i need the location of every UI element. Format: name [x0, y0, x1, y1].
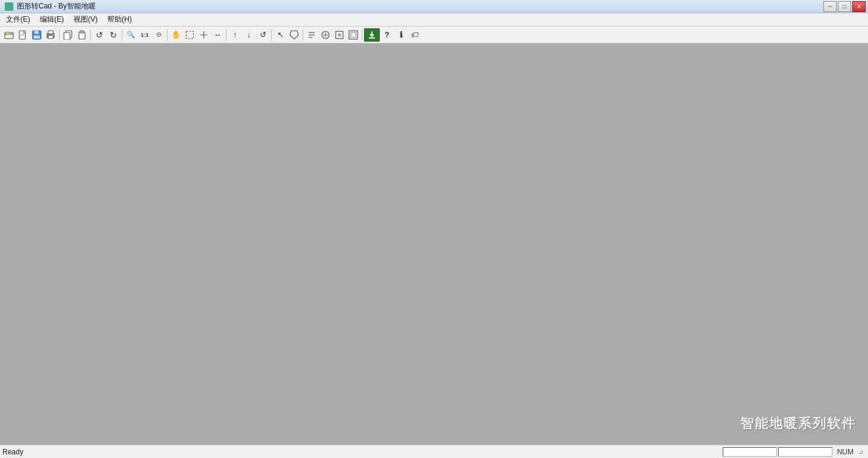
select-rect-button[interactable]: [183, 28, 197, 42]
help-button[interactable]: ?: [380, 28, 394, 42]
resize-handle-icon: ⊿: [858, 448, 866, 456]
title-text: 图形转Cad - By智能地暖: [2, 1, 96, 11]
svg-rect-12: [64, 33, 70, 40]
edit2-button[interactable]: [319, 28, 332, 42]
open-button[interactable]: [2, 28, 16, 42]
window-controls: ─ □ ✕: [823, 1, 866, 12]
title-label: 图形转Cad - By智能地暖: [17, 1, 96, 11]
save-button[interactable]: [30, 28, 43, 42]
main-canvas: 智能地暖系列软件: [0, 43, 868, 445]
status-num-label: NUM: [834, 448, 857, 456]
zoom-all-button[interactable]: [347, 28, 360, 42]
svg-rect-26: [369, 37, 375, 39]
rotate-button[interactable]: ↺: [256, 28, 269, 42]
app-icon: [5, 2, 13, 11]
undo-button[interactable]: ↺: [93, 28, 106, 42]
menu-file[interactable]: 文件(E): [1, 13, 35, 26]
minimize-button[interactable]: ─: [823, 1, 837, 12]
copy-button[interactable]: [61, 28, 75, 42]
svg-rect-15: [186, 31, 193, 39]
menu-bar: 文件(E) 编辑(E) 视图(V) 帮助(H): [0, 13, 868, 27]
svg-rect-1: [19, 31, 25, 39]
sep4: [167, 30, 168, 40]
expand-h-button[interactable]: ↔: [211, 28, 224, 42]
menu-edit[interactable]: 编辑(E): [35, 13, 69, 26]
toolbar: ↺ ↻ 🔍 1:1 ⊖ ✋ ↔ ↑ ↓ ↺ ↖: [0, 27, 868, 43]
svg-rect-8: [48, 31, 53, 34]
sep7: [303, 30, 303, 40]
svg-marker-16: [290, 31, 298, 39]
status-bar: Ready NUM ⊿: [0, 445, 868, 458]
svg-rect-5: [34, 31, 39, 34]
sep8: [362, 30, 362, 40]
svg-rect-6: [34, 36, 40, 39]
status-field-2: [778, 447, 832, 457]
tag-button[interactable]: 🏷: [408, 28, 421, 42]
menu-help[interactable]: 帮助(H): [102, 13, 137, 26]
new-button[interactable]: [16, 28, 30, 42]
resize-button[interactable]: [197, 28, 210, 42]
lasso-button[interactable]: [288, 28, 301, 42]
svg-rect-24: [349, 31, 357, 39]
sep5: [226, 30, 227, 40]
watermark: 智能地暖系列软件: [740, 415, 856, 433]
convert-button[interactable]: [364, 28, 380, 42]
sep6: [271, 30, 272, 40]
svg-point-10: [52, 34, 54, 36]
maximize-button[interactable]: □: [838, 1, 851, 12]
close-button[interactable]: ✕: [852, 1, 866, 12]
pan-button[interactable]: ✋: [169, 28, 183, 42]
sep2: [90, 30, 91, 40]
info-button[interactable]: ℹ: [394, 28, 407, 42]
up-button[interactable]: ↑: [228, 28, 242, 42]
zoom-fit-button[interactable]: [333, 28, 346, 42]
svg-rect-25: [351, 33, 356, 37]
zoom-in-button[interactable]: 🔍: [124, 28, 137, 42]
print-button[interactable]: [44, 28, 57, 42]
status-ready-text: Ready: [2, 448, 723, 456]
arrow-select-button[interactable]: ↖: [274, 28, 287, 42]
paste-button[interactable]: [75, 28, 89, 42]
zoom-out-button[interactable]: ⊖: [152, 28, 165, 42]
title-bar: 图形转Cad - By智能地暖 ─ □ ✕: [0, 0, 868, 13]
zoom-reset-button[interactable]: 1:1: [138, 28, 151, 42]
status-right: NUM ⊿: [723, 447, 866, 457]
redo-button[interactable]: ↻: [107, 28, 120, 42]
sep1: [59, 30, 60, 40]
sep3: [122, 30, 122, 40]
down-button[interactable]: ↓: [242, 28, 256, 42]
menu-view[interactable]: 视图(V): [69, 13, 102, 26]
svg-rect-9: [48, 36, 53, 39]
edit1-button[interactable]: [305, 28, 318, 42]
svg-rect-14: [80, 31, 84, 33]
status-field-1: [723, 447, 777, 457]
